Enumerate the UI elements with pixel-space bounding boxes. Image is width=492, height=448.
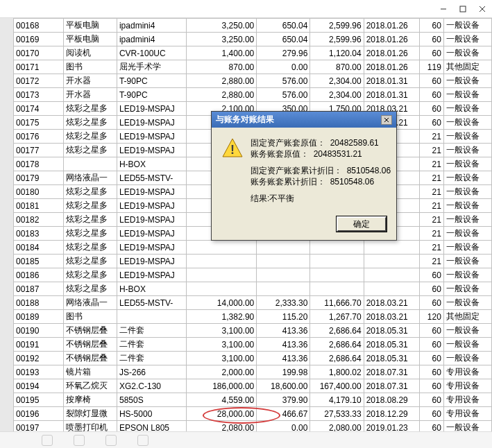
cell-cat: 一般设备 xyxy=(443,19,491,33)
cell-nm: 网络液晶一 xyxy=(63,296,117,310)
cell-nm xyxy=(63,157,117,171)
cell-id: 00191 xyxy=(14,338,64,352)
cell-cat: 专用设备 xyxy=(443,365,491,379)
table-row[interactable]: 00192不锈钢层叠二件套3,100.00413.362,686.642018.… xyxy=(14,352,492,365)
cell-md: LED55-MSTV- xyxy=(117,171,186,185)
taskbar-icon[interactable] xyxy=(137,435,149,446)
cell-id: 00181 xyxy=(14,199,64,213)
dialog-close-button[interactable] xyxy=(381,115,392,125)
cell-a2: 650.04 xyxy=(257,33,310,46)
minimize-button[interactable] xyxy=(434,0,453,18)
cell-a1 xyxy=(186,241,256,255)
table-row[interactable]: 00193镜片箱JS-2662,000.00199.981,800.022018… xyxy=(14,365,492,379)
cell-a1: 2,000.00 xyxy=(186,365,256,379)
cell-nm: 不锈钢层叠 xyxy=(63,338,117,352)
table-row[interactable]: 00187炫彩之星多H-BOX60一般设备 xyxy=(14,282,492,296)
cell-nm: 开水器 xyxy=(63,74,117,88)
cell-d: 21 xyxy=(420,157,444,171)
ok-button[interactable]: 确定 xyxy=(337,216,387,232)
close-button[interactable] xyxy=(473,0,492,18)
cell-dt: 2018.03.21 xyxy=(364,310,420,324)
cell-cat: 一般设备 xyxy=(443,116,491,130)
taskbar-icon[interactable] xyxy=(42,435,53,446)
cell-md: 屈光手术学 xyxy=(117,60,186,74)
cell-id: 00190 xyxy=(14,324,64,338)
table-row[interactable]: 00171图书屈光手术学870.000.00870.002018.01.2611… xyxy=(14,60,492,74)
cell-nm: 喷墨打印机 xyxy=(63,421,117,432)
cell-cat: 专用设备 xyxy=(443,393,491,407)
cell-cat: 一般设备 xyxy=(443,255,491,268)
window-titlebar xyxy=(0,0,492,18)
table-row[interactable]: 00170阅读机CVR-100UC1,400.00279.961,120.042… xyxy=(14,46,492,60)
taskbar-icon[interactable] xyxy=(105,435,117,446)
table-row[interactable]: 00185炫彩之星多LED19-MSPAJ21一般设备 xyxy=(14,255,492,268)
cell-nm: 镜片箱 xyxy=(63,365,117,379)
cell-a3: 2,599.96 xyxy=(310,19,364,33)
table-row[interactable]: 00172开水器T-90PC2,880.00576.002,304.002018… xyxy=(14,74,492,88)
table-row[interactable]: 00169平板电脑ipadmini43,250.00650.042,599.96… xyxy=(14,33,492,46)
cell-a2: 413.36 xyxy=(257,324,310,338)
cell-a3: 1,267.70 xyxy=(310,310,364,324)
table-row[interactable]: 00197喷墨打印机EPSON L8052,080.000.002,080.00… xyxy=(14,421,492,432)
table-row[interactable]: 00194环氧乙烷灭XG2.C-130186,000.0018,600.0016… xyxy=(14,379,492,393)
table-row[interactable]: 00189图书1,382.90115.201,267.702018.03.211… xyxy=(14,310,492,324)
cell-a2: 0.00 xyxy=(257,421,310,432)
cell-d: 60 xyxy=(420,352,444,365)
cell-dt: 2018.05.31 xyxy=(364,352,420,365)
cell-a2: 199.98 xyxy=(257,365,310,379)
cell-a2 xyxy=(257,255,310,268)
cell-cat: 其他固定 xyxy=(443,60,491,74)
cell-a1: 1,382.90 xyxy=(186,310,256,324)
cell-nm: 炫彩之星多 xyxy=(63,255,117,268)
cell-cat: 一般设备 xyxy=(443,102,491,116)
cell-d: 60 xyxy=(420,33,444,46)
cell-d: 60 xyxy=(420,46,444,60)
cell-id: 00179 xyxy=(14,171,64,185)
cell-a2 xyxy=(257,241,310,255)
table-row[interactable]: 00173开水器T-90PC2,880.00576.002,304.002018… xyxy=(14,88,492,102)
cell-id: 00193 xyxy=(14,365,64,379)
cell-md: EPSON L805 xyxy=(117,421,186,432)
table-row[interactable]: 00168平板电脑ipadmini43,250.00650.042,599.96… xyxy=(14,19,492,33)
cell-a1 xyxy=(186,282,256,296)
cell-a2 xyxy=(257,268,310,282)
cell-a1: 3,100.00 xyxy=(186,338,256,352)
maximize-button[interactable] xyxy=(453,0,473,18)
cell-cat: 一般设备 xyxy=(443,213,491,227)
cell-cat: 专用设备 xyxy=(443,379,491,393)
cell-d: 21 xyxy=(420,241,444,255)
cell-dt: 2018.01.26 xyxy=(364,33,420,46)
cell-md: H-BOX xyxy=(117,282,186,296)
cell-id: 00185 xyxy=(14,255,64,268)
cell-a2 xyxy=(257,282,310,296)
table-row[interactable]: 00190不锈钢层叠二件套3,100.00413.362,686.642018.… xyxy=(14,324,492,338)
cell-dt: 2018.01.31 xyxy=(364,88,420,102)
table-row[interactable]: 00188网络液晶一LED55-MSTV-14,000.002,333.3011… xyxy=(14,296,492,310)
cell-id: 00187 xyxy=(14,282,64,296)
cell-md: LED19-MSPAJ xyxy=(117,268,186,282)
cell-nm: 炫彩之星多 xyxy=(63,227,117,241)
cell-nm: 不锈钢层叠 xyxy=(63,324,117,338)
cell-nm: 网络液晶一 xyxy=(63,171,117,185)
cell-nm: 开水器 xyxy=(63,88,117,102)
cell-a2: 576.00 xyxy=(257,88,310,102)
cell-d: 120 xyxy=(420,310,444,324)
cell-d: 60 xyxy=(420,324,444,338)
cell-cat: 一般设备 xyxy=(443,199,491,213)
taskbar-icon[interactable] xyxy=(74,435,85,446)
table-row[interactable]: 00184炫彩之星多LED19-MSPAJ21一般设备 xyxy=(14,241,492,255)
cell-id: 00178 xyxy=(14,157,64,171)
cell-a2: 18,600.00 xyxy=(257,379,310,393)
table-row[interactable]: 00186炫彩之星多LED19-MSPAJ60一般设备 xyxy=(14,268,492,282)
cell-d: 60 xyxy=(420,19,444,33)
cell-a3: 2,686.64 xyxy=(310,338,364,352)
table-row[interactable]: 00195按摩椅5850S4,559.00379.904,179.102018.… xyxy=(14,393,492,407)
cell-cat: 一般设备 xyxy=(443,74,491,88)
cell-md: LED19-MSPAJ xyxy=(117,102,186,116)
cell-nm: 平板电脑 xyxy=(63,19,117,33)
cell-cat: 一般设备 xyxy=(443,296,491,310)
left-sidebar xyxy=(0,18,13,431)
table-row[interactable]: 00191不锈钢层叠二件套3,100.00413.362,686.642018.… xyxy=(14,338,492,352)
cell-md: LED19-MSPAJ xyxy=(117,130,186,144)
table-row[interactable]: 00196裂隙灯显微HS-500028,000.00466.6727,533.3… xyxy=(14,407,492,421)
